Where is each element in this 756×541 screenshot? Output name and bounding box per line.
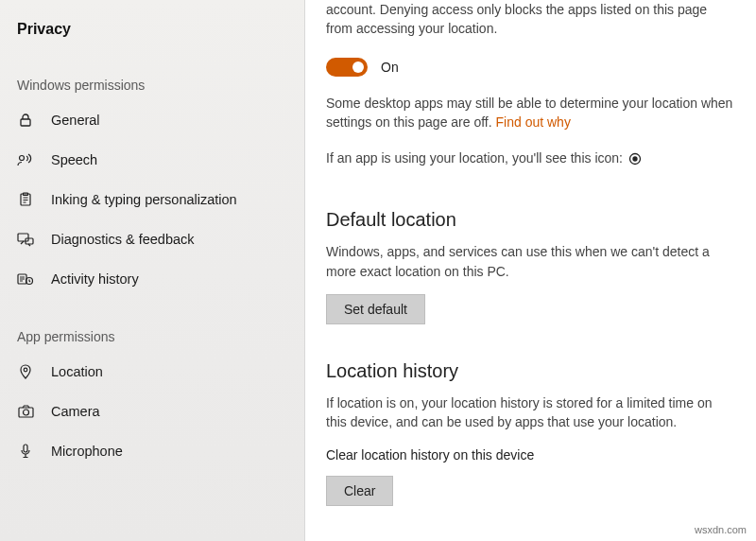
- sidebar-item-microphone[interactable]: Microphone: [0, 431, 304, 471]
- speech-icon: [17, 151, 34, 168]
- default-location-text: Windows, apps, and services can use this…: [326, 242, 733, 281]
- svg-point-13: [633, 157, 637, 161]
- sidebar-item-label: Speech: [51, 152, 97, 167]
- toggle-state-label: On: [381, 60, 399, 75]
- feedback-icon: [17, 231, 34, 248]
- svg-rect-4: [18, 234, 28, 241]
- default-location-heading: Default location: [326, 209, 733, 231]
- clipboard-icon: [17, 191, 34, 208]
- watermark: wsxdn.com: [695, 524, 747, 535]
- sidebar-item-inking[interactable]: Inking & typing personalization: [0, 180, 304, 219]
- location-history-heading: Location history: [326, 360, 733, 382]
- svg-rect-0: [21, 119, 30, 126]
- svg-point-10: [23, 410, 28, 415]
- location-icon: [17, 363, 34, 380]
- sidebar: Privacy Windows permissions General Spee…: [0, 0, 304, 541]
- history-icon: [17, 270, 34, 288]
- clear-button[interactable]: Clear: [326, 476, 393, 506]
- sidebar-item-speech[interactable]: Speech: [0, 140, 304, 180]
- location-toggle-row: On: [326, 58, 733, 77]
- clear-history-label: Clear location history on this device: [326, 447, 733, 462]
- camera-icon: [17, 403, 34, 420]
- lock-icon: [17, 112, 34, 129]
- using-location-text: If an app is using your location, you'll…: [326, 150, 623, 166]
- sidebar-item-diagnostics[interactable]: Diagnostics & feedback: [0, 219, 304, 259]
- sidebar-item-location[interactable]: Location: [0, 352, 304, 392]
- location-history-text: If location is on, your location history…: [326, 393, 733, 432]
- sidebar-item-general[interactable]: General: [0, 100, 304, 140]
- svg-rect-11: [24, 445, 27, 452]
- sidebar-item-label: Location: [51, 364, 103, 379]
- set-default-button[interactable]: Set default: [326, 294, 425, 324]
- svg-point-8: [24, 368, 27, 372]
- sidebar-item-label: Microphone: [51, 444, 123, 459]
- page-title: Privacy: [0, 21, 304, 38]
- sidebar-item-label: General: [51, 113, 100, 128]
- intro-text: account. Denying access only blocks the …: [326, 0, 733, 39]
- location-in-use-icon: [628, 152, 642, 166]
- sidebar-item-label: Activity history: [51, 271, 139, 287]
- main-content: account. Denying access only blocks the …: [305, 0, 756, 541]
- sidebar-item-label: Inking & typing personalization: [51, 192, 237, 207]
- sidebar-item-label: Camera: [51, 404, 100, 419]
- location-toggle[interactable]: [326, 58, 368, 77]
- section-header-apps: App permissions: [0, 329, 304, 344]
- desktop-apps-text: Some desktop apps may still be able to d…: [326, 94, 733, 132]
- using-location-row: If an app is using your location, you'll…: [326, 148, 733, 167]
- svg-point-1: [20, 156, 25, 161]
- microphone-icon: [17, 443, 34, 460]
- sidebar-item-activity[interactable]: Activity history: [0, 259, 304, 299]
- section-header-windows: Windows permissions: [0, 78, 304, 93]
- sidebar-item-label: Diagnostics & feedback: [51, 232, 195, 247]
- sidebar-item-camera[interactable]: Camera: [0, 392, 304, 431]
- find-out-why-link[interactable]: Find out why: [496, 114, 571, 130]
